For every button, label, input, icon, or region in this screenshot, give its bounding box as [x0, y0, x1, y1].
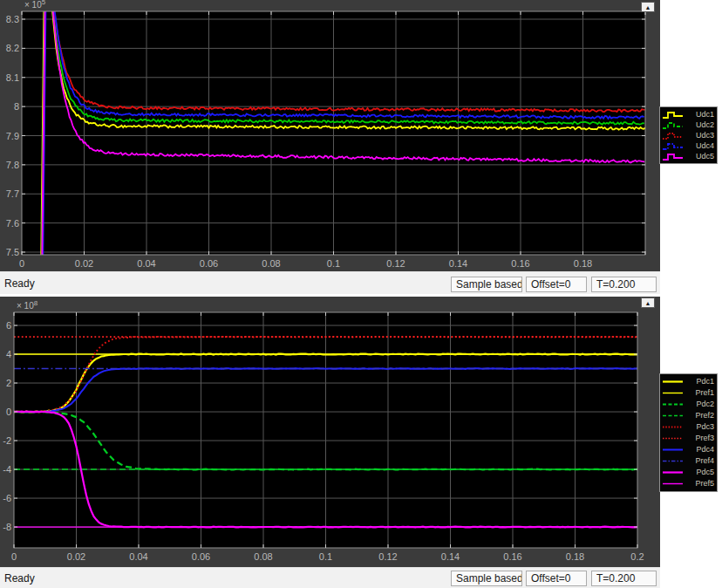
legend-item-pdc2: Pdc2: [660, 399, 717, 410]
legend-line-sample: [662, 468, 685, 477]
svg-text:-6: -6: [3, 493, 11, 503]
svg-text:8.1: 8.1: [6, 72, 19, 83]
x-tick-labels: 00.020.040.060.080.10.120.140.160.180.2: [11, 551, 644, 562]
svg-text:-8: -8: [3, 522, 11, 532]
scope2-float-button[interactable]: ▲: [641, 297, 655, 308]
up-arrow-icon: ▲: [645, 300, 651, 306]
up-arrow-icon: ▲: [645, 4, 651, 10]
svg-text:0.1: 0.1: [327, 258, 340, 269]
legend-label: Pref2: [685, 412, 714, 420]
legend-line-sample: [662, 479, 685, 489]
legend-line-sample: [662, 377, 685, 386]
svg-text:4: 4: [6, 349, 11, 359]
scope2-statusbar: Ready Sample based Offset=0 T=0.200: [0, 567, 660, 588]
y-tick-labels: 6420-2-4-6-8: [3, 320, 11, 532]
legend-item-pref4: Pref4: [660, 455, 717, 467]
svg-text:0.18: 0.18: [566, 551, 584, 562]
status-sample-mode: Sample based: [451, 277, 522, 292]
status-sim-time: T=0.200: [591, 571, 657, 586]
legend-line-sample: [662, 456, 685, 466]
svg-text:-2: -2: [3, 435, 11, 446]
legend-label: Pref5: [685, 480, 714, 488]
svg-text:7.8: 7.8: [6, 160, 19, 170]
svg-text:7.5: 7.5: [6, 247, 19, 257]
svg-text:8.2: 8.2: [6, 43, 19, 53]
svg-text:7.6: 7.6: [6, 218, 19, 229]
legend-line-sample: [662, 141, 685, 151]
legend-item-pdc1: Pdc1: [660, 376, 717, 387]
svg-text:7.9: 7.9: [6, 131, 19, 141]
svg-text:6: 6: [6, 320, 11, 331]
svg-text:0.06: 0.06: [200, 258, 218, 269]
legend-label: Udc3: [685, 132, 714, 140]
legend-item-udc1: Udc1: [660, 109, 717, 120]
legend-label: Udc1: [685, 111, 714, 119]
legend-item-pref1: Pref1: [660, 387, 717, 399]
y-tick-labels: 8.38.28.187.97.87.77.67.5: [6, 14, 19, 257]
legend-line-sample: [662, 152, 685, 161]
svg-text:0.08: 0.08: [254, 551, 272, 562]
svg-text:0.04: 0.04: [137, 258, 155, 269]
svg-text:0.12: 0.12: [386, 258, 405, 269]
legend-line-sample: [662, 110, 685, 120]
svg-text:0.16: 0.16: [511, 258, 529, 269]
legend-item-pref2: Pref2: [660, 410, 717, 421]
status-ready: Ready: [4, 572, 35, 585]
scope2-window: 00.020.040.060.080.10.120.140.160.180.26…: [0, 297, 660, 567]
svg-text:8: 8: [14, 101, 19, 112]
svg-text:0.1: 0.1: [319, 551, 332, 562]
status-sample-mode: Sample based: [451, 571, 522, 586]
scope1-plot: 00.020.040.060.080.10.120.140.160.188.38…: [0, 0, 660, 271]
svg-text:7.7: 7.7: [6, 188, 19, 199]
legend-label: Pdc5: [685, 468, 714, 476]
svg-text:0.12: 0.12: [378, 551, 397, 562]
legend-item-pref3: Pref3: [660, 433, 717, 444]
legend-label: Pdc2: [685, 400, 714, 408]
svg-text:0.16: 0.16: [503, 551, 521, 562]
legend-line-sample: [662, 131, 685, 140]
x-tick-labels: 00.020.040.060.080.10.120.140.160.18: [19, 258, 592, 269]
legend-item-udc4: Udc4: [660, 140, 717, 151]
svg-text:0.06: 0.06: [192, 551, 210, 562]
legend-line-sample: [662, 411, 685, 420]
status-offset: Offset=0: [526, 571, 587, 586]
legend-label: Udc5: [685, 153, 714, 161]
svg-text:0.18: 0.18: [574, 258, 592, 269]
legend-line-sample: [662, 445, 685, 455]
status-ready: Ready: [4, 277, 35, 290]
legend-line-sample: [662, 388, 685, 398]
legend-line-sample: [662, 434, 685, 443]
svg-text:0.02: 0.02: [67, 551, 85, 562]
scope1-float-button[interactable]: ▲: [641, 2, 655, 12]
legend-item-pdc4: Pdc4: [660, 444, 717, 455]
svg-text:0.02: 0.02: [75, 258, 93, 269]
legend-item-udc3: Udc3: [660, 130, 717, 140]
legend-label: Pref1: [685, 389, 714, 397]
status-offset: Offset=0: [526, 277, 587, 292]
scope1-statusbar: Ready Sample based Offset=0 T=0.200: [0, 271, 660, 294]
legend-label: Udc4: [685, 142, 714, 150]
svg-text:2: 2: [6, 378, 11, 388]
svg-text:0.04: 0.04: [129, 551, 147, 562]
legend-line-sample: [662, 400, 685, 409]
svg-text:8.3: 8.3: [6, 14, 19, 24]
legend-label: Pdc3: [685, 423, 714, 431]
legend-item-pref5: Pref5: [660, 478, 717, 489]
legend-item-udc5: Udc5: [660, 151, 717, 161]
legend-label: Pdc4: [685, 446, 714, 454]
legend-label: Udc2: [685, 121, 714, 129]
legend-line-sample: [662, 120, 685, 130]
status-sim-time: T=0.200: [591, 277, 657, 292]
svg-text:0.14: 0.14: [441, 551, 460, 562]
legend-item-pdc5: Pdc5: [660, 467, 717, 478]
scope2-legend: Pdc1Pref1Pdc2Pref2Pdc3Pref3Pdc4Pref4Pdc5…: [659, 373, 718, 492]
scope2-plot: 00.020.040.060.080.10.120.140.160.180.26…: [0, 297, 660, 567]
scope1-legend: Udc1Udc2Udc3Udc4Udc5: [659, 106, 718, 164]
svg-text:-4: -4: [3, 464, 11, 475]
y-axis-scale-label: × 108: [17, 299, 38, 311]
svg-text:0.2: 0.2: [630, 551, 644, 562]
scope1-window: 00.020.040.060.080.10.120.140.160.188.38…: [0, 0, 660, 271]
svg-text:0.14: 0.14: [449, 258, 467, 269]
svg-text:0: 0: [6, 407, 11, 417]
legend-item-pdc3: Pdc3: [660, 421, 717, 433]
